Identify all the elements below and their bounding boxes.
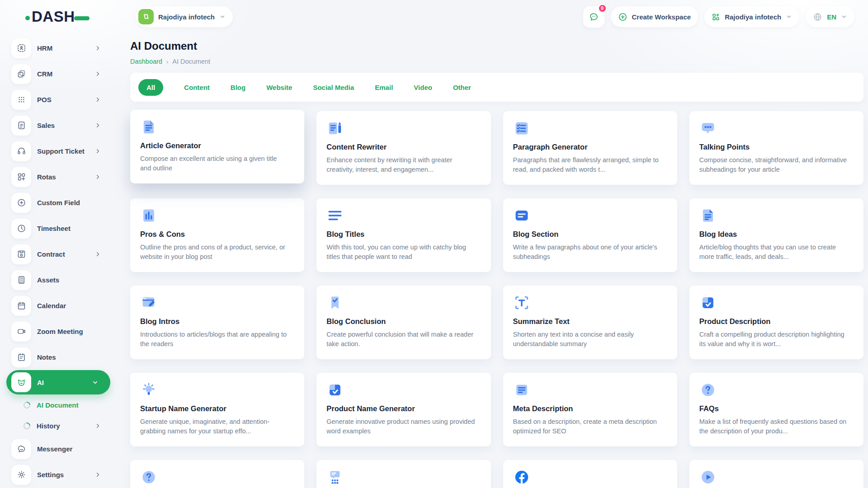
breadcrumb-separator-icon: ›: [166, 58, 168, 65]
tab-content[interactable]: Content: [184, 84, 210, 91]
checklist-icon: [513, 120, 530, 137]
tab-video[interactable]: Video: [414, 84, 432, 91]
sidebar-item-support-ticket[interactable]: Support Ticket: [6, 138, 113, 164]
language-selector-label: EN: [827, 13, 836, 21]
chevron-right-icon: [94, 122, 101, 129]
assets-icon: [11, 270, 31, 290]
page-title: AI Document: [130, 40, 863, 52]
workspace-grid-icon: [712, 13, 720, 21]
sidebar-item-rotas[interactable]: Rotas: [6, 164, 113, 190]
text-select-icon: [513, 294, 530, 311]
chevron-down-icon: [841, 14, 847, 20]
timesheet-icon: [11, 219, 31, 239]
tab-other[interactable]: Other: [453, 84, 471, 91]
settings-icon: [11, 465, 31, 485]
chevron-right-icon: [94, 45, 101, 52]
account-selector-label: Rajodiya infotech: [725, 13, 781, 21]
logo-dot-icon: [25, 16, 30, 20]
sidebar-item-custom-field[interactable]: Custom Field: [6, 190, 113, 216]
notifications-button[interactable]: 0: [583, 6, 604, 28]
sidebar-item-settings[interactable]: Settings: [6, 462, 113, 488]
card-partial[interactable]: [130, 460, 304, 488]
sidebar-item-sales[interactable]: Sales: [6, 113, 113, 138]
chevron-right-icon: [94, 422, 101, 429]
chevron-down-icon: [219, 14, 226, 20]
article-document-icon: [140, 118, 157, 136]
tab-email[interactable]: Email: [375, 84, 393, 91]
sidebar-sub-item-ai-document[interactable]: AI Document: [6, 394, 113, 415]
workspace-avatar-icon: [138, 9, 154, 24]
tab-website[interactable]: Website: [266, 84, 292, 91]
rotas-icon: [11, 167, 31, 187]
chevron-down-icon: [92, 379, 99, 386]
card-meta-description[interactable]: Meta Description Based on a description,…: [503, 373, 677, 446]
card-blog-titles[interactable]: Blog Titles With this tool, you can come…: [316, 198, 491, 272]
tab-blog[interactable]: Blog: [231, 84, 245, 91]
question-circle-icon: [699, 381, 717, 399]
card-pros-cons[interactable]: Pros & Cons Outline the pros and cons of…: [130, 198, 304, 272]
contract-icon: [11, 244, 31, 264]
card-talking-points[interactable]: Talking Points Compose concise, straight…: [689, 111, 863, 185]
sidebar-item-hrm[interactable]: HRM: [6, 35, 113, 61]
chevron-right-icon: [94, 148, 101, 155]
sidebar-item-crm[interactable]: CRM: [6, 61, 113, 87]
messenger-icon: [11, 439, 31, 459]
pos-icon: [11, 90, 31, 110]
workspace-selector[interactable]: Rajodiya infotech: [136, 6, 233, 27]
card-blog-section[interactable]: Blog Section Write a few paragraphs abou…: [503, 198, 677, 272]
people-chat-icon: [326, 469, 344, 486]
progress-ring-icon: [22, 421, 32, 430]
progress-ring-icon: [22, 400, 32, 409]
card-product-name-generator[interactable]: Product Name Generator Generate innovati…: [316, 373, 491, 446]
zoom-meeting-icon: [11, 322, 31, 342]
document-bars-icon: [140, 207, 157, 224]
card-content-rewriter[interactable]: Content Rewriter Enhance content by rewr…: [316, 111, 491, 185]
account-selector[interactable]: Rajodiya infotech: [704, 6, 799, 27]
tab-social-media[interactable]: Social Media: [313, 84, 354, 91]
window-pencil-icon: [140, 294, 157, 311]
language-selector[interactable]: EN: [806, 6, 854, 27]
card-partial[interactable]: [689, 460, 863, 488]
card-blog-intros[interactable]: Blog Intros Introductions to articles/bl…: [130, 286, 304, 359]
question-circle-icon: [140, 469, 157, 486]
sidebar-item-calendar[interactable]: Calendar: [6, 293, 113, 319]
tab-all[interactable]: All: [138, 79, 163, 96]
sidebar-item-assets[interactable]: Assets: [6, 267, 113, 293]
sidebar-item-contract[interactable]: Contract: [6, 241, 113, 267]
card-startup-name-generator[interactable]: Startup Name Generator Generate unique, …: [130, 373, 304, 446]
sidebar-item-messenger[interactable]: Messenger: [6, 436, 113, 462]
bookmark-check-icon: [326, 294, 344, 311]
sidebar-item-ai[interactable]: AI: [6, 370, 110, 394]
document-pencil-icon: [326, 120, 344, 137]
breadcrumb-dashboard-link[interactable]: Dashboard: [130, 58, 162, 65]
hrm-icon: [11, 38, 31, 58]
lightbulb-icon: [140, 381, 157, 399]
create-workspace-button[interactable]: Create Workspace: [611, 6, 698, 27]
logo-dash-icon: [74, 16, 90, 20]
dash-logo: DASH: [25, 8, 90, 25]
notes-icon: [11, 347, 31, 367]
card-paragraph-generator[interactable]: Paragraph Generator Paragraphs that are …: [503, 111, 677, 185]
card-summarize-text[interactable]: Summarize Text Shorten any text into a c…: [503, 286, 677, 359]
card-partial[interactable]: [316, 460, 491, 488]
sidebar-sub-item-history[interactable]: History: [6, 415, 113, 436]
sales-icon: [11, 116, 31, 136]
support-ticket-icon: [11, 141, 31, 161]
card-faqs[interactable]: FAQs Make a list of frequently asked que…: [689, 373, 863, 446]
sidebar-item-zoom-meeting[interactable]: Zoom Meeting: [6, 319, 113, 344]
sidebar-item-notes[interactable]: Notes: [6, 344, 113, 370]
chevron-right-icon: [94, 251, 101, 258]
sidebar-navigation: HRM CRM POS Sales Support Ticket Rotas C…: [0, 29, 113, 488]
card-blog-conclusion[interactable]: Blog Conclusion Create powerful conclusi…: [316, 286, 491, 359]
plus-circle-icon: [618, 12, 627, 22]
card-product-description[interactable]: Product Description Craft a compelling p…: [689, 286, 863, 359]
sidebar-item-pos[interactable]: POS: [6, 87, 113, 113]
document-seo-icon: [513, 381, 530, 399]
main-content: AI Document Dashboard › AI Document AllC…: [113, 29, 868, 488]
top-header: DASH Rajodiya infotech 0 Create Workspac…: [0, 0, 868, 29]
card-partial[interactable]: [503, 460, 677, 488]
sidebar-item-timesheet[interactable]: Timesheet: [6, 216, 113, 241]
calendar-icon: [11, 296, 31, 316]
card-article-generator[interactable]: Article Generator Compose an excellent a…: [130, 110, 304, 183]
card-blog-ideas[interactable]: Blog Ideas Article/blog thoughts that yo…: [689, 198, 863, 272]
